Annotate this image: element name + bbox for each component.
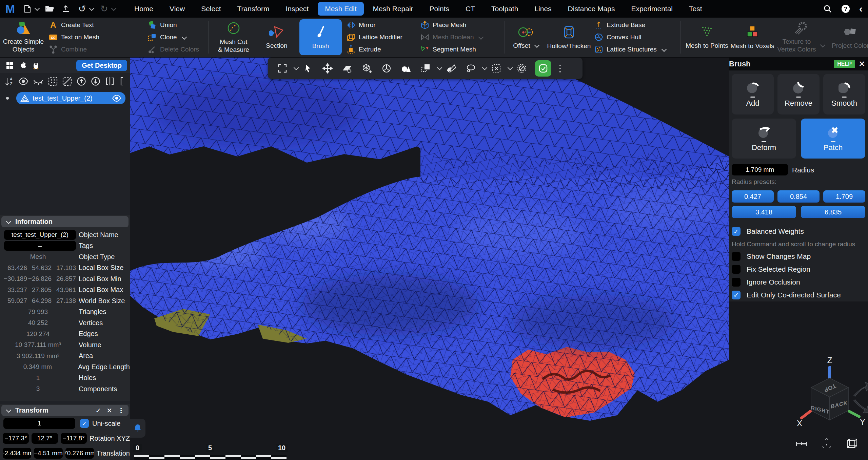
object-item-selected[interactable]: test_test_Upper_(2): [16, 92, 125, 104]
fit-view-icon[interactable]: [275, 61, 290, 76]
windows-icon[interactable]: [6, 62, 14, 69]
brush-tool-patch[interactable]: Patch: [801, 119, 865, 159]
radius-preset-5[interactable]: 6.835: [801, 206, 865, 218]
collapse-panel-icon[interactable]: ‹: [859, 4, 863, 14]
new-file-chevron-icon[interactable]: [35, 5, 40, 11]
undo-chevron-icon[interactable]: [89, 5, 95, 11]
rotation-z-input[interactable]: −117.8°: [61, 433, 87, 444]
information-header[interactable]: Information: [1, 216, 129, 227]
tab-mesh-repair[interactable]: Mesh Repair: [366, 2, 420, 16]
placement-plane-icon[interactable]: [340, 61, 355, 76]
combine-button[interactable]: Combine: [49, 44, 148, 55]
sort-icon[interactable]: AZ: [5, 77, 14, 86]
apply-button[interactable]: [535, 60, 551, 77]
orientation-cube[interactable]: Z TOP RIGHT BACK X Y: [797, 355, 868, 440]
delete-colors-button[interactable]: Delete Colors: [148, 44, 205, 55]
show-changes-map-checkbox[interactable]: [732, 252, 741, 261]
lattice-modifier-button[interactable]: Lattice Modifier: [347, 32, 420, 42]
tab-view[interactable]: View: [162, 2, 192, 16]
extrude-base-button[interactable]: Extrude Base: [594, 20, 677, 30]
mesh-to-voxels-button[interactable]: Mesh to Voxels: [730, 18, 775, 57]
tab-home[interactable]: Home: [127, 2, 160, 16]
scale-input[interactable]: 1: [3, 418, 75, 429]
hide-all-icon[interactable]: [33, 78, 43, 85]
add-mesh-icon[interactable]: [359, 61, 374, 76]
brush-button[interactable]: Brush: [299, 19, 342, 55]
fix-selected-region-checkbox[interactable]: [732, 265, 741, 274]
select-all-icon[interactable]: [48, 77, 58, 86]
mesh-cut-measure-button[interactable]: Mesh Cut& Measure: [212, 18, 255, 57]
edit-only-codirected-checkbox[interactable]: ✓: [732, 291, 741, 299]
extrude-button[interactable]: Extrude: [347, 44, 420, 55]
tab-select[interactable]: Select: [194, 2, 228, 16]
duplicate-chevron-icon[interactable]: [437, 65, 442, 70]
undo-icon[interactable]: ↺: [76, 3, 88, 15]
lasso-select-icon[interactable]: [463, 61, 478, 76]
create-text-button[interactable]: A Create Text: [49, 20, 148, 30]
select-cursor-icon[interactable]: [300, 61, 315, 76]
primitives-icon[interactable]: [399, 61, 414, 76]
convex-hull-button[interactable]: Convex Hull: [594, 32, 677, 42]
apple-icon[interactable]: [20, 61, 26, 69]
show-all-icon[interactable]: [18, 78, 28, 85]
ignore-occlusion-checkbox[interactable]: [732, 278, 741, 287]
brush-panel-close-icon[interactable]: ✕: [859, 59, 865, 69]
union-button[interactable]: Union: [148, 20, 205, 30]
search-icon[interactable]: [823, 4, 832, 13]
texture-to-vertex-colors-button[interactable]: Texture toVertex Colors: [775, 18, 827, 57]
tags-input[interactable]: –: [4, 241, 76, 251]
tab-experimental[interactable]: Experimental: [624, 2, 680, 16]
radius-preset-4[interactable]: 3.418: [732, 206, 796, 218]
radius-preset-1[interactable]: 0.427: [732, 190, 774, 203]
tab-lines[interactable]: Lines: [527, 2, 558, 16]
uni-scale-checkbox[interactable]: ✓: [80, 419, 89, 428]
tab-inspect[interactable]: Inspect: [278, 2, 316, 16]
duplicate-icon[interactable]: [418, 61, 433, 76]
brush-tool-deform[interactable]: Deform: [732, 119, 796, 159]
linux-icon[interactable]: [33, 61, 39, 69]
object-name-input[interactable]: test_test_Upper_(2): [4, 230, 76, 240]
flip-orientation-icon[interactable]: [105, 77, 115, 86]
clear-selection-icon[interactable]: [514, 61, 529, 76]
transform-cancel-icon[interactable]: ✕: [106, 406, 112, 415]
text-on-mesh-button[interactable]: cc Text on Mesh: [49, 32, 148, 42]
rotation-y-input[interactable]: 12.7°: [32, 433, 58, 444]
object-visibility-icon[interactable]: [112, 95, 121, 102]
clone-button[interactable]: Clone: [148, 32, 205, 42]
segment-mesh-button[interactable]: Segment Mesh: [420, 44, 501, 55]
help-badge[interactable]: HELP: [834, 60, 855, 68]
tab-test[interactable]: Test: [682, 2, 709, 16]
section-button[interactable]: Section: [257, 18, 297, 57]
new-file-icon[interactable]: [22, 3, 33, 15]
translation-y-input[interactable]: −4.51 mm: [34, 448, 62, 459]
help-icon[interactable]: ?: [841, 4, 850, 14]
export-icon[interactable]: [60, 3, 72, 15]
tab-mesh-edit[interactable]: Mesh Edit: [318, 2, 363, 16]
balanced-weights-checkbox[interactable]: ✓: [732, 227, 741, 236]
tab-points[interactable]: Points: [422, 2, 456, 16]
fit-view-chevron-icon[interactable]: [294, 65, 299, 70]
deselect-chevron-icon[interactable]: [508, 65, 513, 70]
get-desktop-button[interactable]: Get Desktop: [76, 60, 127, 71]
offset-button[interactable]: Offset: [508, 18, 544, 57]
hollow-thicken-button[interactable]: Hollow/Thicken: [544, 18, 594, 57]
translation-z-input[interactable]: 70.276 mm: [65, 448, 94, 459]
transform-apply-icon[interactable]: ✓: [95, 406, 101, 415]
lattice-structures-button[interactable]: Lattice Structures: [594, 44, 677, 55]
translation-x-input[interactable]: −2.434 mm: [3, 448, 31, 459]
brush-tool-remove[interactable]: Remove: [777, 74, 820, 114]
move-up-icon[interactable]: [77, 77, 86, 86]
mesh-boolean-button[interactable]: Mesh Boolean: [420, 32, 501, 42]
mesh-to-points-button[interactable]: Mesh to Points: [684, 18, 730, 57]
deselect-all-icon[interactable]: [62, 77, 72, 86]
brush-tool-smooth[interactable]: Smooth: [823, 74, 865, 114]
tab-toolpath[interactable]: Toolpath: [484, 2, 525, 16]
notifications-tab[interactable]: [130, 419, 145, 438]
create-simple-objects-button[interactable]: Create SimpleObjects: [0, 18, 47, 57]
radius-preset-2[interactable]: 0.854: [777, 190, 820, 203]
measure-scale-icon[interactable]: [795, 440, 808, 447]
tab-transform[interactable]: Transform: [230, 2, 277, 16]
brush-tool-add[interactable]: Add: [732, 74, 774, 114]
rotation-x-input[interactable]: −177.3°: [3, 433, 29, 444]
orbit-icon[interactable]: [379, 61, 394, 76]
